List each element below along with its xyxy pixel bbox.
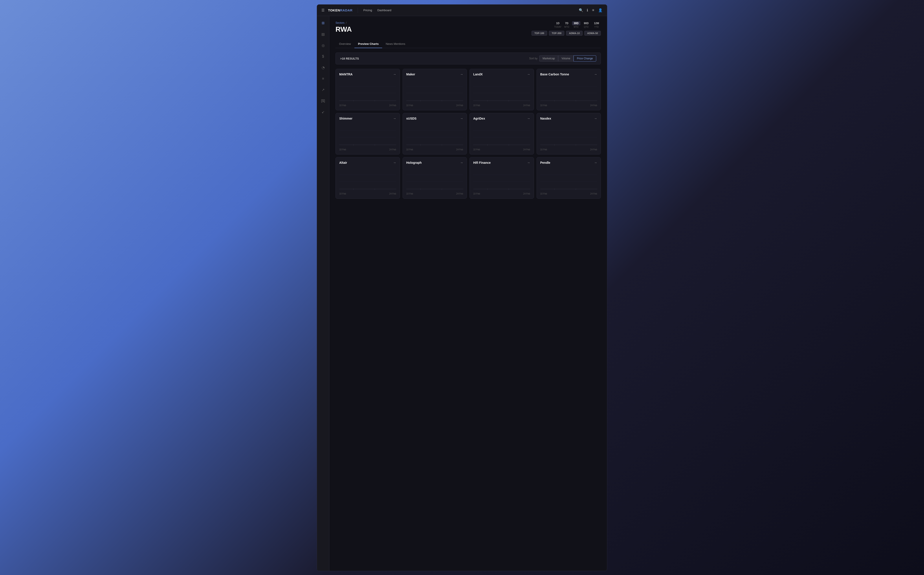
card-header: MANTRA → <box>339 73 396 76</box>
token-card[interactable]: Hifi Finance → 10 Feb 24 Feb <box>470 157 534 199</box>
time-label-12m: YTD <box>594 26 599 28</box>
token-card[interactable]: Altair → 10 Feb 24 Feb <box>336 157 400 199</box>
card-header: Nasdex → <box>540 117 597 120</box>
chart-svg <box>406 167 463 191</box>
user-icon[interactable]: 👤 <box>598 8 602 12</box>
token-card[interactable]: Holograph → 10 Feb 24 Feb <box>403 157 467 199</box>
card-name: AgriDex <box>473 117 485 120</box>
chart-bar-icon[interactable]: ▤ <box>320 31 326 38</box>
time-label-90d: QTD <box>584 26 588 28</box>
radar-icon[interactable]: ◔ <box>320 64 326 71</box>
tab-news-mentions[interactable]: News Mentions <box>382 40 409 48</box>
card-header: Hifi Finance → <box>473 161 530 164</box>
menu-icon[interactable]: ☰ <box>322 8 325 12</box>
card-name: Base Carbon Tonne <box>540 73 569 76</box>
token-card[interactable]: sUSDS → 10 Feb 24 Feb <box>403 113 467 154</box>
chart-container <box>540 79 597 103</box>
card-arrow-icon: → <box>460 161 463 164</box>
breadcrumb-sectors[interactable]: Sectors <box>336 21 344 24</box>
currency-icon[interactable]: [$] <box>320 98 327 104</box>
chart-svg <box>406 123 463 147</box>
chart-container <box>473 79 530 103</box>
token-card[interactable]: AgriDex → 10 Feb 24 Feb <box>470 113 534 154</box>
card-header: Shimmer → <box>339 117 396 120</box>
cards-grid: MANTRA → 10 Feb 24 Feb <box>336 69 601 199</box>
chart-label-start: 10 Feb <box>406 148 413 151</box>
dollar-icon[interactable]: $ <box>321 53 325 60</box>
token-card[interactable]: Nasdex → 10 Feb 24 Feb <box>537 113 601 154</box>
chart-label-start: 10 Feb <box>473 192 480 195</box>
chart-label-end: 24 Feb <box>389 104 396 106</box>
sort-price-change[interactable]: Price Change <box>574 56 596 62</box>
chart-labels: 10 Feb 24 Feb <box>473 192 530 195</box>
card-arrow-icon: → <box>393 73 396 76</box>
time-filters: 1D TODAY 7D WTD 30D MTD 90D <box>532 21 601 28</box>
theme-icon[interactable]: ☀ <box>591 8 595 12</box>
card-header: AgriDex → <box>473 117 530 120</box>
chip-adma50[interactable]: ADMA-50 <box>584 31 601 36</box>
chart-labels: 10 Feb 24 Feb <box>406 104 463 106</box>
doc-icon[interactable]: ≡ <box>321 75 325 82</box>
breadcrumb: Sectors / <box>336 21 352 24</box>
chart-labels: 10 Feb 24 Feb <box>473 148 530 151</box>
chart-svg <box>540 79 597 103</box>
card-name: Maker <box>406 73 415 76</box>
card-name: Altair <box>339 161 347 164</box>
chart-container <box>473 167 530 191</box>
card-header: Pendle → <box>540 161 597 164</box>
sort-volume[interactable]: Volume <box>558 56 574 62</box>
main-content: Sectors / RWA 1D TODAY 7D WTD <box>329 16 607 571</box>
chart-labels: 10 Feb 24 Feb <box>540 104 597 106</box>
time-btn-30d[interactable]: 30D <box>572 21 580 25</box>
chart-container <box>473 123 530 147</box>
token-card[interactable]: LandX → 10 Feb 24 Feb <box>470 69 534 110</box>
chip-top300[interactable]: TOP-300 <box>549 31 564 36</box>
search-icon[interactable]: 🔍 <box>579 8 583 12</box>
time-btn-90d[interactable]: 90D <box>582 21 591 25</box>
sort-by-label: Sort by <box>529 57 537 60</box>
import-icon[interactable]: ↙ <box>320 109 326 115</box>
token-card[interactable]: MANTRA → 10 Feb 24 Feb <box>336 69 400 110</box>
topbar-icons: 🔍 ℹ ☀ 👤 <box>579 8 602 12</box>
topbar-nav: Pricing Dashboard <box>363 9 575 12</box>
chart-svg <box>473 167 530 191</box>
token-card[interactable]: Maker → 10 Feb 24 Feb <box>403 69 467 110</box>
chart-labels: 10 Feb 24 Feb <box>473 104 530 106</box>
tab-preview-charts[interactable]: Preview Charts <box>354 40 382 48</box>
grid-icon[interactable]: ⊞ <box>320 19 326 26</box>
time-btn-7d[interactable]: 7D <box>563 21 570 25</box>
tab-overview[interactable]: Overview <box>336 40 354 48</box>
chart-label-end: 24 Feb <box>456 192 463 195</box>
card-arrow-icon: → <box>460 73 463 76</box>
chip-top100[interactable]: TOP-100 <box>532 31 547 36</box>
export-icon[interactable]: ↗ <box>320 86 326 93</box>
card-header: LandX → <box>473 73 530 76</box>
card-name: Hifi Finance <box>473 161 491 164</box>
app-logo: TOKEN RADAR <box>328 8 352 12</box>
time-filter-90d: 90D QTD <box>582 21 591 28</box>
time-btn-12m[interactable]: 12M <box>592 21 601 25</box>
time-btn-1d[interactable]: 1D <box>554 21 561 25</box>
chart-label-end: 24 Feb <box>456 148 463 151</box>
target-icon[interactable]: ◎ <box>320 42 326 49</box>
chart-container <box>339 167 396 191</box>
nav-dashboard[interactable]: Dashboard <box>377 9 391 12</box>
nav-pricing[interactable]: Pricing <box>363 9 372 12</box>
info-icon[interactable]: ℹ <box>587 8 588 12</box>
chart-container <box>540 123 597 147</box>
card-name: Holograph <box>406 161 422 164</box>
card-arrow-icon: → <box>594 161 597 164</box>
chip-adma10[interactable]: ADMA-10 <box>566 31 583 36</box>
token-card[interactable]: Base Carbon Tonne → 10 Feb 24 Feb <box>537 69 601 110</box>
chart-svg <box>540 167 597 191</box>
sort-marketcap[interactable]: Marketcap <box>539 56 558 62</box>
time-label-30d: MTD <box>574 26 578 28</box>
chart-label-end: 24 Feb <box>590 148 597 151</box>
token-card[interactable]: Pendle → 10 Feb 24 Feb <box>537 157 601 199</box>
token-card[interactable]: Shimmer → 10 Feb 24 Feb <box>336 113 400 154</box>
card-header: Altair → <box>339 161 396 164</box>
chart-label-end: 24 Feb <box>389 192 396 195</box>
page-title: RWA <box>336 25 352 33</box>
chart-label-start: 10 Feb <box>473 148 480 151</box>
chart-container <box>406 79 463 103</box>
